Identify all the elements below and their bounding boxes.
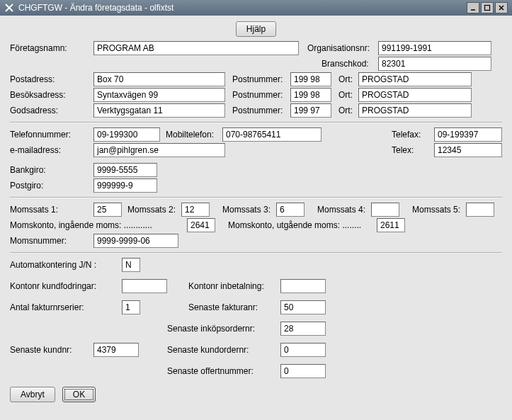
label-postnummer2: Postnummer: — [232, 90, 290, 100]
input-ort1[interactable] — [358, 72, 472, 86]
label-postnummer1: Postnummer: — [232, 74, 290, 84]
label-ort3: Ort: — [339, 106, 358, 115]
svg-rect-3 — [485, 6, 490, 11]
input-antal-fakturnrserier[interactable] — [122, 300, 140, 314]
close-button[interactable] — [495, 2, 508, 13]
input-senaste-kundnr[interactable] — [93, 343, 139, 357]
label-moms4: Momssats 4: — [317, 205, 365, 215]
input-ort2[interactable] — [358, 88, 472, 102]
label-moms1: Momssats 1: — [10, 205, 93, 215]
label-postgiro: Postgiro: — [10, 181, 93, 191]
label-momskonto-ut: Momskonto, utgående moms: ........ — [228, 220, 377, 230]
input-email[interactable] — [93, 143, 225, 157]
input-senaste-offertnummer[interactable] — [280, 364, 326, 378]
label-telefax: Telefax: — [392, 130, 434, 140]
input-foretagsnamn[interactable] — [93, 41, 299, 55]
label-organisationsnr: Organisationsnr: — [307, 43, 378, 53]
label-branschkod: Branschkod: — [307, 59, 378, 69]
label-godsadress: Godsadress: — [10, 106, 93, 115]
label-momsnummer: Momsnummer: — [10, 236, 93, 246]
help-button[interactable]: Hjälp — [236, 21, 276, 37]
label-telex: Telex: — [392, 145, 434, 155]
input-postnr3[interactable] — [290, 103, 331, 118]
input-mobil[interactable] — [222, 127, 322, 142]
label-senaste-inkopsordernr: Senaste inköpsordernr: — [167, 324, 280, 334]
ok-button[interactable]: OK — [62, 387, 96, 402]
input-moms4[interactable] — [371, 203, 399, 217]
label-moms2: Momssats 2: — [127, 205, 176, 215]
window-title: CHGFTGW - Ändra företagsdata - olfixtst — [18, 3, 467, 13]
label-moms3: Momssats 3: — [222, 205, 271, 215]
label-kontonr-inbetalning: Kontonr inbetalning: — [188, 281, 280, 291]
input-telefax[interactable] — [434, 127, 502, 142]
label-moms5: Momssats 5: — [412, 205, 460, 215]
input-ort3[interactable] — [358, 103, 472, 118]
label-kontonr-kundfodringar: Kontonr kundfodringar: — [10, 281, 122, 291]
input-postgiro[interactable] — [93, 178, 157, 193]
input-telex[interactable] — [434, 143, 502, 157]
label-senaste-kundordernr: Senaste kundordernr: — [167, 345, 280, 355]
label-postnummer3: Postnummer: — [232, 106, 290, 115]
minimize-button[interactable] — [467, 2, 479, 13]
input-bankgiro[interactable] — [93, 163, 157, 177]
input-besoksadress[interactable] — [93, 88, 225, 102]
input-postadress[interactable] — [93, 72, 225, 86]
input-kontonr-inbetalning[interactable] — [280, 279, 326, 293]
input-organisationsnr[interactable] — [378, 41, 491, 55]
input-moms3[interactable] — [276, 203, 305, 217]
app-icon — [4, 3, 14, 13]
input-senaste-inkopsordernr[interactable] — [280, 322, 326, 336]
label-postadress: Postadress: — [10, 74, 93, 84]
input-momsnummer[interactable] — [93, 234, 178, 248]
label-automatkontering: Automatkontering J/N : — [10, 260, 122, 270]
input-senaste-kundordernr[interactable] — [280, 343, 326, 357]
input-kontonr-kundfodringar[interactable] — [122, 279, 167, 293]
label-senaste-kundnr: Senaste kundnr: — [10, 345, 93, 355]
form-content: Hjälp Företagsnamn: Organisationsnr: Bra… — [0, 16, 512, 420]
label-momskonto-in: Momskonto, ingående moms: ............ — [10, 220, 187, 230]
input-telefon[interactable] — [93, 127, 160, 142]
input-automatkontering[interactable] — [122, 258, 140, 272]
cancel-button[interactable]: Avbryt — [10, 387, 55, 402]
input-postnr1[interactable] — [290, 72, 331, 86]
input-momskonto-ut[interactable] — [377, 218, 405, 232]
maximize-button[interactable] — [481, 2, 494, 13]
input-moms5[interactable] — [466, 203, 494, 217]
input-branschkod[interactable] — [378, 57, 491, 71]
input-godsadress[interactable] — [93, 103, 225, 118]
label-telefon: Telefonnummer: — [10, 130, 93, 140]
label-antal-fakturnrserier: Antal fakturnrserier: — [10, 302, 122, 312]
label-ort1: Ort: — [339, 74, 358, 84]
label-besoksadress: Besöksadress: — [10, 90, 93, 100]
input-moms2[interactable] — [181, 203, 210, 217]
label-senaste-fakturanr: Senaste fakturanr: — [188, 302, 280, 312]
input-momskonto-in[interactable] — [187, 218, 215, 232]
input-senaste-fakturanr[interactable] — [280, 300, 326, 314]
label-email: e-mailadress: — [10, 145, 93, 155]
label-mobil: Mobiltelefon: — [166, 130, 222, 140]
input-moms1[interactable] — [93, 203, 122, 217]
label-foretagsnamn: Företagsnamn: — [10, 43, 93, 53]
label-ort2: Ort: — [339, 90, 358, 100]
titlebar: CHGFTGW - Ändra företagsdata - olfixtst — [0, 0, 512, 16]
label-senaste-offertnummer: Senaste offertnummer: — [167, 366, 280, 376]
input-postnr2[interactable] — [290, 88, 331, 102]
label-bankgiro: Bankgiro: — [10, 165, 93, 175]
